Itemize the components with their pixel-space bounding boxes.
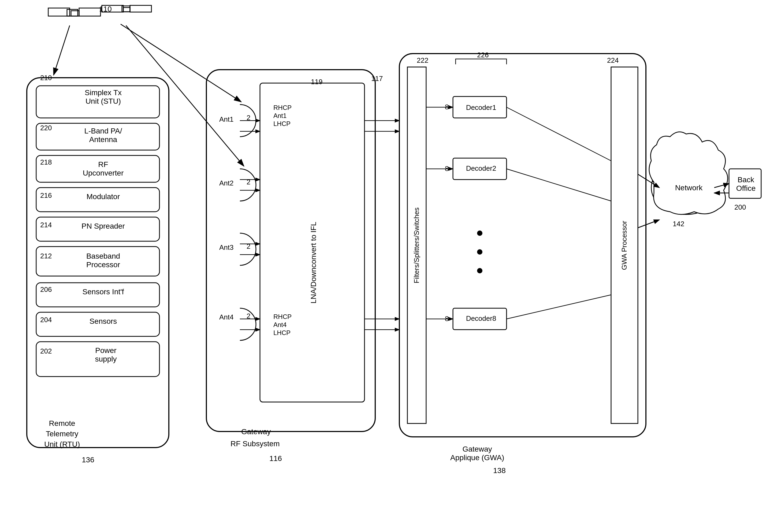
ant1-lhcp: LHCP (273, 120, 291, 128)
svg-line-57 (638, 220, 659, 228)
ant4-rhcp: RHCP (273, 313, 292, 321)
pn-spreader-ref: 214 (40, 221, 52, 229)
svg-text:8: 8 (445, 315, 449, 323)
power-supply-ref: 202 (40, 347, 52, 355)
ant1-ant: Ant1 (273, 112, 287, 120)
svg-point-69 (477, 249, 482, 255)
network-ref: 142 (673, 220, 684, 228)
svg-point-70 (477, 268, 482, 273)
sensors-ref: 204 (40, 316, 52, 324)
gwa-ref: 138 (493, 466, 506, 475)
svg-rect-9 (130, 5, 151, 12)
svg-text:2: 2 (247, 114, 250, 122)
rf-subsystem-label: RF Subsystem (230, 440, 280, 448)
svg-rect-5 (79, 8, 101, 16)
svg-line-49 (507, 295, 611, 319)
sensors-intf-label: Sensors Int'f (51, 288, 155, 296)
sensors-label: Sensors (62, 317, 145, 326)
ref-117: 117 (371, 75, 383, 83)
ref-222: 222 (417, 56, 428, 65)
decoder8-label: Decoder8 (457, 314, 505, 323)
filters-label-container: Filters/Splitters/Switches (407, 67, 426, 423)
filters-label: Filters/Splitters/Switches (413, 207, 421, 283)
ant1-rhcp: RHCP (273, 104, 292, 111)
decoder2-label: Decoder2 (457, 164, 505, 173)
simplex-tx-ref: 210 (40, 74, 52, 82)
rf-upconv-ref: 218 (40, 158, 52, 166)
svg-text:8: 8 (445, 165, 449, 173)
baseband-label: BasebandProcessor (46, 252, 161, 269)
ant1-label: Ant1 (219, 115, 234, 124)
gateway-label: Gateway (241, 427, 271, 436)
network-label: Network (673, 184, 705, 192)
ant3-label: Ant3 (219, 243, 234, 252)
ant4-lhcp: LHCP (273, 329, 291, 337)
satellite-ref-label: 110 (99, 5, 112, 13)
l-band-label: L-Band PA/Antenna (46, 127, 161, 144)
decoder1-label: Decoder1 (457, 103, 505, 112)
svg-line-48 (507, 169, 611, 201)
svg-line-11 (54, 25, 70, 75)
rf-subsystem-ref: 116 (269, 454, 282, 463)
modulator-label: Modulator (59, 192, 147, 201)
svg-rect-8 (123, 8, 130, 12)
ant2-label: Ant2 (219, 179, 234, 187)
ref-226: 226 (477, 51, 489, 59)
ref-119: 119 (311, 78, 322, 86)
ref-224: 224 (607, 56, 619, 65)
gwa-processor-label: GWA Processor (620, 221, 629, 270)
baseband-ref: 212 (40, 252, 52, 260)
svg-text:2: 2 (247, 178, 250, 186)
svg-text:2: 2 (247, 312, 250, 320)
svg-rect-38 (399, 54, 646, 437)
lna-label: LNA/Downconvert to IFL (309, 222, 318, 303)
l-band-ref: 220 (40, 124, 52, 132)
lna-label-container: LNA/Downconvert to IFL (268, 115, 359, 410)
gwa-label: GatewayApplique (GWA) (450, 445, 504, 462)
gwa-processor-label-container: GWA Processor (611, 67, 638, 423)
ant4-ant: Ant4 (273, 321, 287, 329)
simplex-tx-label: Simplex TxUnit (STU) (46, 88, 161, 106)
ant4-label: Ant4 (219, 313, 234, 321)
sensors-intf-ref: 206 (40, 285, 52, 294)
rf-upconv-label: RFUpconverter (46, 160, 161, 177)
rtu-container-label: RemoteTelemetryUnit (RTU) (44, 418, 80, 450)
rtu-ref-label: 136 (82, 456, 94, 464)
svg-point-68 (477, 230, 482, 236)
svg-text:2: 2 (247, 242, 250, 250)
modulator-ref: 216 (40, 191, 52, 200)
back-office-ref: 200 (734, 203, 746, 211)
back-office-label: BackOffice (731, 176, 761, 193)
svg-text:8: 8 (445, 103, 449, 111)
pn-spreader-label: PN Spreader (55, 222, 151, 230)
svg-line-47 (507, 107, 611, 161)
power-supply-label: Powersupply (59, 346, 153, 363)
svg-rect-3 (48, 8, 70, 16)
